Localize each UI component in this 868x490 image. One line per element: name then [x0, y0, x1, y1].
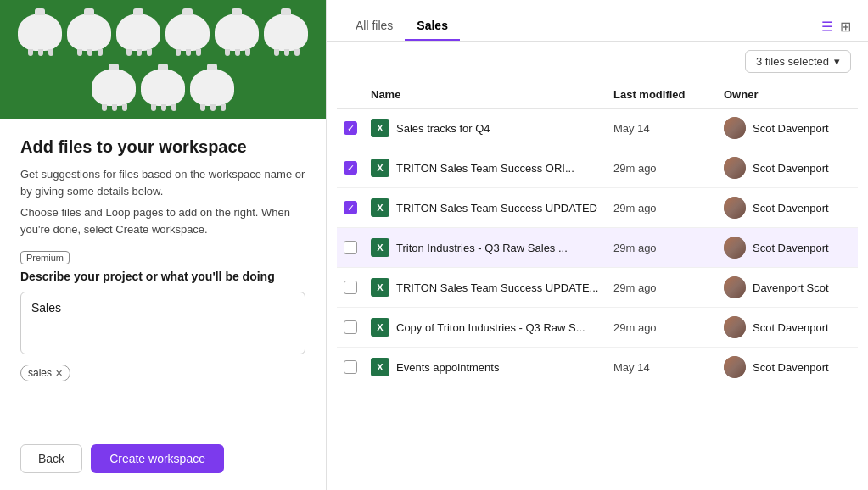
table-row[interactable]: X Events appointments May 14 Scot Davenp…: [337, 348, 858, 387]
avatar-5: [724, 316, 746, 338]
file-checkbox-5[interactable]: [344, 320, 357, 334]
left-content: Add files to your workspace Get suggesti…: [0, 119, 326, 444]
owner-name-5: Scot Davenport: [753, 321, 829, 334]
piggy-8: [141, 69, 185, 106]
file-date-2: 29m ago: [613, 202, 724, 214]
owner-cell-4: Davenport Scot: [724, 276, 851, 298]
create-workspace-button[interactable]: Create workspace: [91, 444, 224, 473]
file-table: Name Last modified Owner X Sales tracks …: [327, 81, 868, 490]
piggy-9: [190, 69, 234, 106]
top-bar: 3 files selected ▾: [327, 42, 868, 81]
owner-name-4: Davenport Scot: [753, 281, 829, 294]
owner-cell-2: Scot Davenport: [724, 197, 851, 219]
owner-cell-3: Scot Davenport: [724, 237, 851, 259]
file-date-0: May 14: [613, 122, 724, 135]
piggy-5: [215, 14, 259, 51]
checkbox-cell-3[interactable]: [344, 241, 371, 254]
description-2: Choose files and Loop pages to add on th…: [20, 204, 305, 237]
file-date-5: 29m ago: [613, 321, 724, 334]
piggy-bank-illustration: [0, 0, 326, 119]
file-date-1: 29m ago: [613, 162, 724, 175]
avatar-img-3: [724, 237, 746, 259]
file-date-4: 29m ago: [613, 281, 724, 294]
file-checkbox-6[interactable]: [344, 360, 357, 374]
owner-name-0: Scot Davenport: [753, 122, 829, 135]
table-header: Name Last modified Owner: [337, 81, 858, 109]
file-name-text-4: TRITON Sales Team Success UPDATE...: [396, 281, 598, 294]
file-checkbox-1[interactable]: [344, 161, 357, 175]
excel-icon-6: X: [371, 358, 389, 376]
checkbox-cell-1[interactable]: [344, 161, 371, 175]
tag-row: sales ✕: [20, 365, 305, 381]
col-owner: Owner: [724, 88, 851, 101]
tag-label: sales: [28, 367, 52, 379]
project-description-input[interactable]: Sales: [31, 301, 294, 342]
owner-name-3: Scot Davenport: [753, 242, 829, 254]
right-panel: All files Sales ☰ ⊞ 3 files selected ▾ N…: [327, 0, 868, 490]
tag-remove-icon[interactable]: ✕: [55, 368, 63, 379]
file-name-cell-1: X TRITON Sales Team Success ORI...: [371, 159, 613, 177]
excel-icon-2: X: [371, 198, 389, 217]
table-row[interactable]: X TRITON Sales Team Success ORI... 29m a…: [337, 148, 858, 188]
owner-cell-0: Scot Davenport: [724, 117, 851, 139]
owner-name-6: Scot Davenport: [753, 361, 829, 374]
file-date-3: 29m ago: [613, 242, 724, 254]
piggy-3: [116, 14, 160, 51]
table-row[interactable]: X TRITON Sales Team Success UPDATE... 29…: [337, 268, 858, 308]
file-checkbox-3[interactable]: [344, 241, 357, 254]
file-checkbox-0[interactable]: [344, 121, 357, 135]
file-rows-container: X Sales tracks for Q4 May 14 Scot Davenp…: [337, 109, 858, 387]
grid-view-icon[interactable]: ⊞: [840, 19, 851, 35]
file-checkbox-4[interactable]: [344, 281, 357, 294]
table-row[interactable]: X Sales tracks for Q4 May 14 Scot Davenp…: [337, 109, 858, 148]
sales-tag[interactable]: sales ✕: [20, 365, 70, 381]
file-checkbox-2[interactable]: [344, 201, 357, 214]
checkbox-cell-6[interactable]: [344, 360, 371, 374]
excel-icon-1: X: [371, 159, 389, 177]
tab-sales[interactable]: Sales: [405, 12, 460, 41]
piggy-7: [92, 69, 136, 106]
file-name-cell-4: X TRITON Sales Team Success UPDATE...: [371, 278, 613, 297]
right-header: All files Sales ☰ ⊞: [327, 0, 868, 42]
avatar-2: [724, 197, 746, 219]
checkbox-cell-4[interactable]: [344, 281, 371, 294]
col-modified: Last modified: [613, 88, 724, 101]
tabs-row: All files Sales ☰ ⊞: [344, 12, 851, 41]
avatar-3: [724, 237, 746, 259]
piggy-2: [67, 14, 111, 51]
project-prompt-label: Describe your project or what you'll be …: [20, 270, 305, 283]
excel-icon-0: X: [371, 119, 389, 137]
button-row: Back Create workspace: [0, 444, 326, 490]
avatar-img-0: [724, 117, 746, 139]
files-selected-dropdown[interactable]: 3 files selected ▾: [745, 50, 851, 73]
checkbox-cell-0[interactable]: [344, 121, 371, 135]
file-name-cell-3: X Triton Industries - Q3 Raw Sales ...: [371, 238, 613, 257]
left-panel: Add files to your workspace Get suggesti…: [0, 0, 327, 490]
list-view-icon[interactable]: ☰: [821, 19, 833, 35]
excel-icon-3: X: [371, 238, 389, 257]
table-row[interactable]: X Triton Industries - Q3 Raw Sales ... 2…: [337, 228, 858, 268]
file-name-cell-5: X Copy of Triton Industries - Q3 Raw S..…: [371, 318, 613, 337]
file-name-cell-2: X TRITON Sales Team Success UPDATED: [371, 198, 613, 217]
avatar-6: [724, 356, 746, 378]
chevron-down-icon: ▾: [834, 55, 840, 68]
tab-all-files[interactable]: All files: [344, 12, 405, 41]
piggy-4: [165, 14, 210, 51]
col-name: Name: [371, 88, 613, 101]
avatar-1: [724, 157, 746, 179]
checkbox-cell-5[interactable]: [344, 320, 371, 334]
table-row[interactable]: X Copy of Triton Industries - Q3 Raw S..…: [337, 308, 858, 348]
file-name-text-3: Triton Industries - Q3 Raw Sales ...: [396, 242, 568, 254]
description-1: Get suggestions for files based on the w…: [20, 166, 305, 199]
file-date-6: May 14: [613, 361, 724, 374]
piggy-6: [264, 14, 308, 51]
checkbox-cell-2[interactable]: [344, 201, 371, 214]
project-description-container: Sales: [20, 292, 305, 354]
table-row[interactable]: X TRITON Sales Team Success UPDATED 29m …: [337, 188, 858, 228]
excel-icon-5: X: [371, 318, 389, 337]
file-name-text-6: Events appointments: [396, 361, 499, 374]
back-button[interactable]: Back: [20, 444, 82, 473]
avatar-img-2: [724, 197, 746, 219]
owner-cell-6: Scot Davenport: [724, 356, 851, 378]
file-name-cell-0: X Sales tracks for Q4: [371, 119, 613, 137]
